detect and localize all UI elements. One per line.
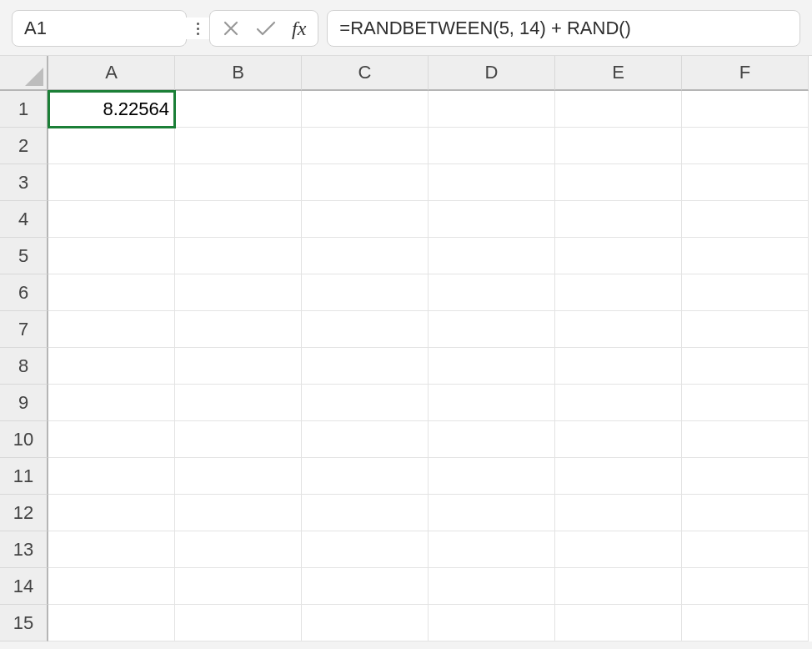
cell[interactable]: [429, 164, 555, 201]
row-header[interactable]: 11: [0, 458, 48, 495]
cell[interactable]: [48, 421, 175, 458]
column-header[interactable]: C: [302, 56, 429, 91]
cell[interactable]: [429, 238, 555, 274]
row-header[interactable]: 7: [0, 311, 48, 348]
row-header[interactable]: 8: [0, 348, 48, 385]
cell[interactable]: [302, 164, 429, 201]
cell[interactable]: [48, 531, 175, 568]
cell[interactable]: [175, 164, 302, 201]
name-box[interactable]: [12, 10, 187, 47]
row-header[interactable]: 4: [0, 201, 48, 238]
cell[interactable]: [302, 495, 429, 531]
cell[interactable]: [302, 311, 429, 348]
cell[interactable]: [429, 274, 555, 311]
row-header[interactable]: 3: [0, 164, 48, 201]
cell[interactable]: [429, 128, 555, 164]
cell[interactable]: [682, 568, 809, 605]
cell[interactable]: [429, 348, 555, 385]
cell[interactable]: [48, 385, 175, 421]
cell[interactable]: [175, 495, 302, 531]
cell[interactable]: [175, 458, 302, 495]
cell[interactable]: [429, 201, 555, 238]
cell[interactable]: [302, 458, 429, 495]
cell[interactable]: [302, 568, 429, 605]
row-header[interactable]: 14: [0, 568, 48, 605]
formula-input[interactable]: [327, 10, 800, 47]
accept-icon[interactable]: [255, 19, 277, 38]
cell[interactable]: [175, 201, 302, 238]
cell[interactable]: [555, 201, 682, 238]
column-header[interactable]: D: [429, 56, 555, 91]
cell[interactable]: [555, 605, 682, 641]
cell[interactable]: [682, 128, 809, 164]
row-header[interactable]: 10: [0, 421, 48, 458]
cancel-icon[interactable]: [222, 19, 240, 38]
cell[interactable]: [48, 311, 175, 348]
cell[interactable]: [555, 238, 682, 274]
cell[interactable]: [175, 128, 302, 164]
cell[interactable]: [175, 531, 302, 568]
cell[interactable]: [682, 385, 809, 421]
cell[interactable]: [682, 348, 809, 385]
cell[interactable]: [48, 201, 175, 238]
cell[interactable]: 8.22564: [48, 91, 175, 128]
cell[interactable]: [175, 605, 302, 641]
cell[interactable]: [302, 201, 429, 238]
cell[interactable]: [48, 128, 175, 164]
cell[interactable]: [302, 605, 429, 641]
row-header[interactable]: 5: [0, 238, 48, 274]
cell[interactable]: [555, 421, 682, 458]
cell[interactable]: [429, 531, 555, 568]
cell[interactable]: [48, 495, 175, 531]
cell[interactable]: [429, 605, 555, 641]
cell[interactable]: [682, 91, 809, 128]
cell[interactable]: [302, 421, 429, 458]
row-header[interactable]: 15: [0, 605, 48, 641]
row-header[interactable]: 12: [0, 495, 48, 531]
row-header[interactable]: 13: [0, 531, 48, 568]
select-all-corner[interactable]: [0, 56, 48, 91]
cell[interactable]: [302, 238, 429, 274]
cell[interactable]: [429, 495, 555, 531]
cell[interactable]: [48, 458, 175, 495]
cell[interactable]: [48, 164, 175, 201]
cell[interactable]: [555, 274, 682, 311]
cell[interactable]: [555, 91, 682, 128]
cell[interactable]: [429, 311, 555, 348]
column-header[interactable]: A: [48, 56, 175, 91]
column-header[interactable]: E: [555, 56, 682, 91]
cell[interactable]: [555, 458, 682, 495]
cell[interactable]: [682, 495, 809, 531]
column-header[interactable]: B: [175, 56, 302, 91]
cell[interactable]: [48, 568, 175, 605]
cell[interactable]: [555, 568, 682, 605]
row-header[interactable]: 6: [0, 274, 48, 311]
cell[interactable]: [302, 348, 429, 385]
row-header[interactable]: 2: [0, 128, 48, 164]
cell[interactable]: [302, 531, 429, 568]
cell[interactable]: [682, 421, 809, 458]
cell[interactable]: [555, 495, 682, 531]
column-header[interactable]: F: [682, 56, 809, 91]
cell[interactable]: [175, 385, 302, 421]
cell[interactable]: [682, 311, 809, 348]
cell[interactable]: [429, 91, 555, 128]
cell[interactable]: [682, 531, 809, 568]
cell[interactable]: [175, 238, 302, 274]
cell[interactable]: [175, 421, 302, 458]
cell[interactable]: [175, 348, 302, 385]
cell[interactable]: [302, 128, 429, 164]
cell[interactable]: [175, 274, 302, 311]
cell[interactable]: [429, 421, 555, 458]
fx-button[interactable]: fx: [292, 18, 306, 40]
row-header[interactable]: 9: [0, 385, 48, 421]
cell[interactable]: [555, 348, 682, 385]
more-options-icon[interactable]: [195, 23, 201, 35]
cell[interactable]: [555, 128, 682, 164]
cell[interactable]: [682, 164, 809, 201]
cell[interactable]: [682, 458, 809, 495]
cell[interactable]: [429, 385, 555, 421]
cell[interactable]: [302, 274, 429, 311]
cell[interactable]: [555, 164, 682, 201]
cell[interactable]: [48, 274, 175, 311]
